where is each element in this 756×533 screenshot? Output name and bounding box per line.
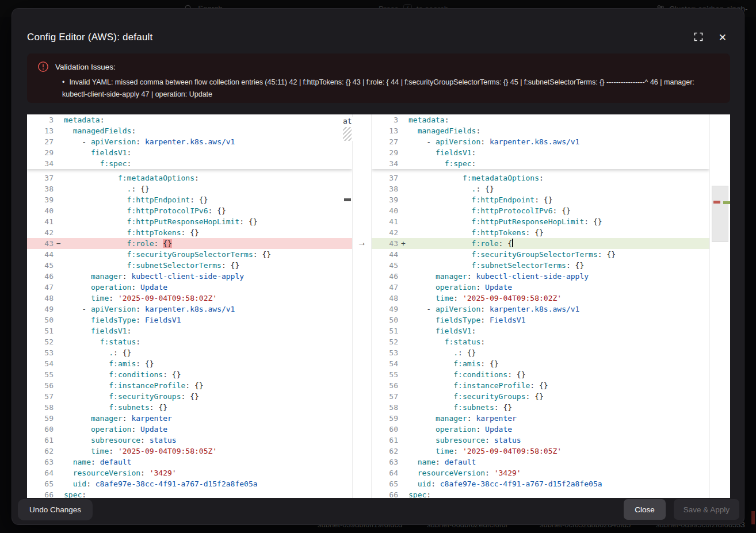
- code-line-left-34[interactable]: 34 f:spec:: [27, 158, 352, 169]
- code-line-left-61[interactable]: 61 subresource: status: [27, 435, 352, 446]
- code-line-left-40[interactable]: 40 f:httpProtocolIPv6: {}: [27, 205, 352, 216]
- yaml-key: metadata: [64, 116, 100, 124]
- code-line-right-49[interactable]: 49 - apiVersion: karpenter.k8s.aws/v1: [372, 304, 709, 315]
- diff-editor-modified-pane[interactable]: 37 f:metadataOptions:38 .: {}39 f:httpEn…: [372, 114, 709, 498]
- close-button[interactable]: ✕: [716, 30, 729, 45]
- code-line-left-3[interactable]: 3metadata:: [27, 114, 352, 125]
- line-number: 40: [372, 205, 398, 216]
- code-line-left-62[interactable]: 62 time: '2025-09-04T09:58:05Z': [27, 446, 352, 457]
- code-line-right-41[interactable]: 41 f:httpPutResponseHopLimit: {}: [372, 216, 709, 227]
- code-line-left-44[interactable]: 44 f:securityGroupSelectorTerms: {}: [27, 249, 352, 260]
- yaml-value: default: [100, 458, 132, 466]
- code-line-left-51[interactable]: 51 fieldsV1:: [27, 325, 352, 336]
- code-line-left-64[interactable]: 64 resourceVersion: '3429': [27, 467, 352, 478]
- code-line-left-66[interactable]: 66spec:: [27, 489, 352, 498]
- code-line-left-65[interactable]: 65 uid: c8afe97e-38cc-4f91-a767-d15f2a8f…: [27, 478, 352, 489]
- colon: :: [127, 148, 132, 157]
- code-line-left-53[interactable]: 53 .: {}: [27, 347, 352, 358]
- code-line-right-65[interactable]: 65 uid: c8afe97e-38cc-4f91-a767-d15f2a8f…: [372, 478, 709, 489]
- code-line-right-66[interactable]: 66spec:: [372, 489, 709, 498]
- close-dialog-button[interactable]: Close: [624, 499, 666, 520]
- code-line-right-51[interactable]: 51 fieldsV1:: [372, 325, 709, 336]
- code-line-right-57[interactable]: 57 f:securityGroups: {}: [372, 391, 709, 402]
- code-line-left-49[interactable]: 49 - apiVersion: karpenter.k8s.aws/v1: [27, 304, 352, 315]
- code-line-right-38[interactable]: 38 .: {}: [372, 183, 709, 194]
- code-line-right-55[interactable]: 55 f:conditions: {}: [372, 369, 709, 380]
- code-line-left-41[interactable]: 41 f:httpPutResponseHopLimit: {}: [27, 216, 352, 227]
- code-line-left-60[interactable]: 60 operation: Update: [27, 424, 352, 435]
- code-text: fieldsV1:: [64, 325, 352, 336]
- code-line-left-37[interactable]: 37 f:metadataOptions:: [27, 172, 352, 183]
- code-line-left-42[interactable]: 42 f:httpTokens: {}: [27, 227, 352, 238]
- code-line-right-58[interactable]: 58 f:subnets: {}: [372, 402, 709, 413]
- yaml-value: {}: [467, 348, 476, 357]
- code-line-left-43[interactable]: 43− f:role: {}: [27, 238, 352, 249]
- yaml-key: f:subnets: [453, 403, 494, 412]
- code-line-right-47[interactable]: 47 operation: Update: [372, 282, 709, 293]
- code-line-left-27[interactable]: 27 - apiVersion: karpenter.k8s.aws/v1: [27, 136, 352, 147]
- code-line-left-52[interactable]: 52 f:status:: [27, 336, 352, 347]
- code-line-right-27[interactable]: 27 - apiVersion: karpenter.k8s.aws/v1: [372, 136, 709, 147]
- diff-sign: [54, 227, 64, 238]
- code-line-right-29[interactable]: 29 fieldsV1:: [372, 147, 709, 158]
- code-line-right-62[interactable]: 62 time: '2025-09-04T09:58:05Z': [372, 446, 709, 457]
- yaml-value: {}: [231, 261, 240, 270]
- diff-sign: [398, 435, 408, 446]
- code-line-left-63[interactable]: 63 name: default: [27, 457, 352, 467]
- code-line-left-50[interactable]: 50 fieldsType: FieldsV1: [27, 315, 352, 325]
- diff-overview-ruler[interactable]: [709, 114, 730, 498]
- code-text: - apiVersion: karpenter.k8s.aws/v1: [64, 304, 352, 315]
- code-line-left-45[interactable]: 45 f:subnetSelectorTerms: {}: [27, 260, 352, 271]
- colon: :: [534, 195, 539, 204]
- code-text: f:httpTokens: {}: [64, 227, 352, 238]
- yaml-key: f:instanceProfile: [109, 381, 185, 390]
- code-line-left-13[interactable]: 13 managedFields:: [27, 125, 352, 136]
- code-line-right-45[interactable]: 45 f:subnetSelectorTerms: {}: [372, 260, 709, 271]
- code-line-right-42[interactable]: 42 f:httpTokens: {}: [372, 227, 709, 238]
- code-line-right-56[interactable]: 56 f:instanceProfile: {}: [372, 380, 709, 391]
- code-line-left-38[interactable]: 38 .: {}: [27, 183, 352, 194]
- code-line-right-48[interactable]: 48 time: '2025-09-04T09:58:02Z': [372, 293, 709, 304]
- undo-changes-button[interactable]: Undo Changes: [18, 499, 93, 520]
- diff-editor-sash[interactable]: →: [352, 114, 372, 498]
- code-line-right-59[interactable]: 59 manager: karpenter: [372, 413, 709, 424]
- line-number: 13: [27, 125, 54, 136]
- code-line-left-46[interactable]: 46 manager: kubectl-client-side-apply: [27, 271, 352, 282]
- code-line-left-39[interactable]: 39 f:httpEndpoint: {}: [27, 194, 352, 205]
- code-line-right-3[interactable]: 3metadata:: [372, 114, 709, 125]
- code-line-left-58[interactable]: 58 f:subnets: {}: [27, 402, 352, 413]
- code-line-right-39[interactable]: 39 f:httpEndpoint: {}: [372, 194, 709, 205]
- code-line-right-54[interactable]: 54 f:amis: {}: [372, 358, 709, 369]
- code-line-right-52[interactable]: 52 f:status:: [372, 336, 709, 347]
- code-line-right-46[interactable]: 46 manager: kubectl-client-side-apply: [372, 271, 709, 282]
- diff-editor-original-pane[interactable]: 37 f:metadataOptions:38 .: {}39 f:httpEn…: [27, 114, 352, 498]
- code-line-left-55[interactable]: 55 f:conditions: {}: [27, 369, 352, 380]
- code-line-right-60[interactable]: 60 operation: Update: [372, 424, 709, 435]
- save-apply-button[interactable]: Save & Apply: [674, 499, 739, 520]
- line-number: 52: [27, 336, 54, 347]
- code-line-right-64[interactable]: 64 resourceVersion: '3429': [372, 467, 709, 478]
- code-line-right-40[interactable]: 40 f:httpProtocolIPv6: {}: [372, 205, 709, 216]
- code-line-left-56[interactable]: 56 f:instanceProfile: {}: [27, 380, 352, 391]
- code-line-right-50[interactable]: 50 fieldsType: FieldsV1: [372, 315, 709, 325]
- diff-sign: [398, 216, 408, 227]
- revert-change-arrow[interactable]: →: [353, 237, 371, 248]
- code-line-right-53[interactable]: 53 .: {}: [372, 347, 709, 358]
- code-line-right-13[interactable]: 13 managedFields:: [372, 125, 709, 136]
- code-line-left-48[interactable]: 48 time: '2025-09-04T09:58:02Z': [27, 293, 352, 304]
- code-line-right-34[interactable]: 34 f:spec:: [372, 158, 709, 169]
- code-line-right-43[interactable]: 43+ f:role: {: [372, 238, 709, 249]
- colon: :: [131, 126, 136, 135]
- fullscreen-button[interactable]: [691, 29, 706, 46]
- code-line-right-61[interactable]: 61 subresource: status: [372, 435, 709, 446]
- code-line-left-47[interactable]: 47 operation: Update: [27, 282, 352, 293]
- scrollbar-slider[interactable]: [712, 186, 728, 242]
- code-line-left-29[interactable]: 29 fieldsV1:: [27, 147, 352, 158]
- code-line-left-54[interactable]: 54 f:amis: {}: [27, 358, 352, 369]
- code-line-left-59[interactable]: 59 manager: karpenter: [27, 413, 352, 424]
- code-line-left-57[interactable]: 57 f:securityGroups: {}: [27, 391, 352, 402]
- code-line-right-63[interactable]: 63 name: default: [372, 457, 709, 467]
- code-line-right-44[interactable]: 44 f:securityGroupSelectorTerms: {}: [372, 249, 709, 260]
- code-text: f:status:: [64, 336, 352, 347]
- code-line-right-37[interactable]: 37 f:metadataOptions:: [372, 172, 709, 183]
